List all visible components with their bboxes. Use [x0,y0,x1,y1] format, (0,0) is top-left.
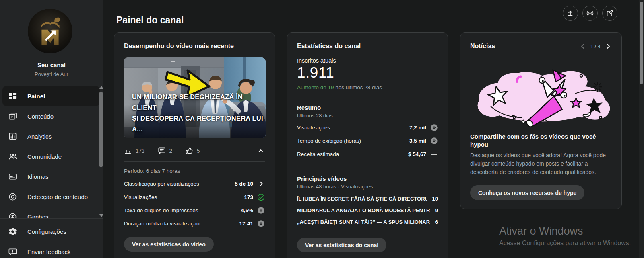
subscribers-delta: Aumento de 19 nos últimos 28 dias [297,84,438,90]
sidebar: Seu canal Povești de Aur Painel Conteúdo… [0,0,103,258]
top-video-title: „ACEȘTI BĂIEȚI SUNT AI TĂI?” — A SPUS MI… [297,219,430,225]
hype-features-button[interactable]: Conheça os novos recursos de hype [470,185,584,200]
upload-video-button[interactable] [563,6,578,21]
top-video-title: MILIONARUL A ANGAJAT O BONĂ MODESTĂ PENT… [297,207,430,213]
engagement-row: 173 2 5 [124,145,265,157]
video-analytics-button[interactable]: Ver as estatísticas do vídeo [124,237,214,252]
check-circle-icon [257,193,265,201]
sidebar-item-label: Painel [27,93,45,100]
news-body: Destaque os vídeos que você adora! Agora… [470,151,612,176]
sidebar-item-comunidade[interactable]: Comunidade [0,146,103,166]
top-videos-title: Principais vídeos [297,175,438,183]
subscribers-label: Inscritos atuais [297,57,438,64]
channel-stats-card: Estatísticas do canal Inscritos atuais 1… [287,32,448,258]
likes-count: 5 [197,148,200,154]
channel-analytics-button[interactable]: Ver as estatísticas do canal [297,238,386,252]
subscribers-count: 1.911 [297,65,438,81]
sidebar-scrollbar-up-arrow[interactable] [99,86,103,89]
summary-title: Resumo [297,104,438,112]
summary-row-watch-time: Tempo de exibição (horas) 3,5 mil [297,134,438,147]
channel-name: Seu canal [0,61,103,68]
summary-row-revenue: Receita estimada $ 54,67 — [297,147,438,161]
watermark-line1: Ativar o Windows [499,225,631,238]
chevron-left-icon[interactable] [579,43,586,50]
top-video-row[interactable]: „ACEȘTI BĂIEȚI SUNT AI TĂI?” — A SPUS MI… [297,216,438,228]
upload-icon [566,9,575,18]
sidebar-item-label: Detecção de conteúdo [27,193,88,200]
top-video-views: 6 [435,219,438,225]
metric-row-ctr: Taxa de cliques de impressões 4,5% [124,204,265,217]
content-icon [8,112,17,121]
news-card-title: Notícias [470,41,579,51]
bar-chart-icon [124,147,132,155]
sidebar-item-conteudo[interactable]: Conteúdo [0,106,103,126]
sidebar-item-analytics[interactable]: Analytics [0,126,103,146]
feedback-icon [8,247,17,256]
latest-video-card: Desempenho do vídeo mais recente [114,32,275,258]
sidebar-item-label: Comunidade [27,153,62,160]
sidebar-nav: Painel Conteúdo Analytics Com [0,86,103,218]
dash-icon: — [430,151,438,157]
video-metrics: Classificação por visualizações 5 de 10 … [124,177,265,230]
down-arrow-circle-icon [430,137,438,145]
news-header: Notícias 1 / 4 [470,41,612,51]
channel-avatar-logo [27,8,73,54]
sidebar-item-label: Configurações [27,228,66,235]
top-video-views: 10 [432,196,438,202]
sidebar-item-painel[interactable]: Painel [2,86,100,106]
metric-value: 3,5 mil [409,138,426,144]
page-scrollbar-track[interactable] [639,0,644,258]
channel-stats-card-title: Estatísticas do canal [297,41,438,51]
sidebar-item-label: Ganhos [27,213,49,219]
sidebar-item-deteccao[interactable]: Detecção de conteúdo [0,186,103,207]
page-indicator: 1 / 4 [590,43,601,49]
dashboard-icon [8,92,17,101]
metric-label: Receita estimada [297,151,339,157]
thumbnail-title: UN MILIONAR SE DEGHIZEAZĂ ÎN CLIENT ȘI D… [132,92,266,134]
sidebar-scrollbar-down-arrow[interactable] [99,214,103,217]
sidebar-item-idiomas[interactable]: Idiomas [0,166,103,186]
divider [124,161,265,162]
sidebar-scrollbar-thumb[interactable] [99,92,103,167]
channel-avatar[interactable] [27,8,73,54]
period-label: Período: 6 dias 7 horas [124,168,265,174]
chevron-right-icon[interactable] [605,43,612,50]
community-icon [8,152,17,161]
hype-illustration [470,58,612,129]
top-video-views: 9 [435,207,438,213]
metric-value: $ 54,67 [408,151,426,157]
page-scrollbar-thumb[interactable] [640,2,643,84]
comments-stat: 2 [158,147,173,155]
latest-video-card-title: Desempenho do vídeo mais recente [124,41,265,51]
news-pagination: 1 / 4 [579,43,612,50]
edit-icon [605,9,614,18]
down-arrow-circle-icon [257,207,265,214]
news-headline: Compartilhe com os fãs os vídeos que voc… [470,133,612,149]
sidebar-item-ganhos[interactable]: Ganhos [0,207,103,218]
header-actions [563,6,617,21]
latest-video-thumbnail[interactable]: UN MILIONAR SE DEGHIZEAZĂ ÎN CLIENT ȘI D… [124,57,266,138]
sidebar-item-label: Analytics [27,133,52,140]
go-live-button[interactable] [582,6,598,21]
monetization-icon [8,212,17,219]
summary-subtitle: Últimos 28 dias [297,113,438,119]
create-post-button[interactable] [602,6,617,21]
chevron-right-icon[interactable] [257,180,265,188]
subtitles-icon [8,172,17,181]
down-arrow-circle-icon [257,220,265,227]
metric-value: 5 de 10 [235,181,253,187]
sidebar-item-feedback[interactable]: Enviar feedback [0,242,103,258]
page-title: Painel do canal [116,15,184,26]
top-video-row[interactable]: MILIONARUL A ANGAJAT O BONĂ MODESTĂ PENT… [297,205,438,216]
collapse-chevron-up-icon[interactable] [257,147,265,155]
summary-rows: Visualizações 7,2 mil Tempo de exibição … [297,121,438,161]
metric-value: 7,2 mil [409,125,426,131]
channel-subtitle: Povești de Aur [0,71,103,77]
subscribers-delta-highlight: Aumento de 19 [297,84,334,90]
sidebar-item-configuracoes[interactable]: Configurações [0,221,103,242]
watermark-line2: Acesse Configurações para ativar o Windo… [499,240,631,247]
analytics-icon [8,132,17,141]
comment-icon [158,147,166,155]
top-video-row[interactable]: ÎL IUBEA ÎN SECRET, FĂRĂ SĂ ȘTIE CĂ DIRE… [297,193,438,205]
metric-row-ranking[interactable]: Classificação por visualizações 5 de 10 [124,177,265,190]
